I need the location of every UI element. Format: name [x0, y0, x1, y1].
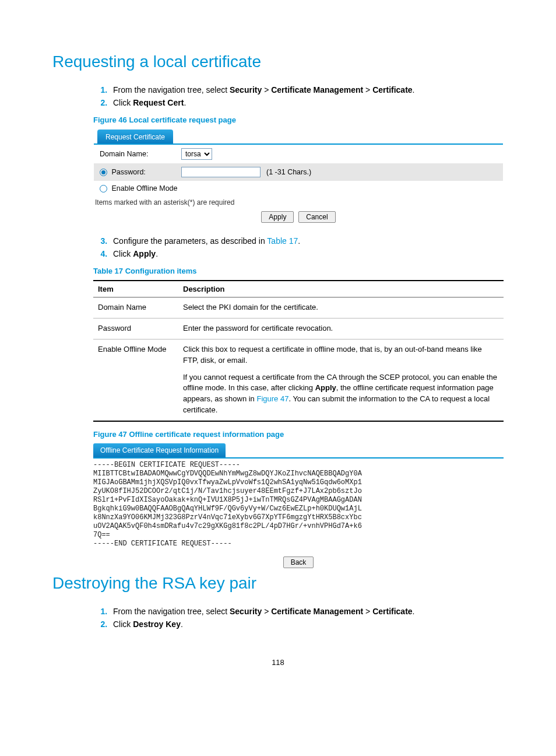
d1post: . — [413, 607, 415, 616]
fig46-tabbar: Request Certificate — [94, 130, 503, 145]
certificate-request-text: -----BEGIN CERTIFICATE REQUEST----- MIIB… — [93, 461, 504, 548]
d1gt1: > — [262, 607, 271, 616]
offline-label: Enable Offline Mode — [111, 184, 177, 192]
step-2-bold: Request Cert — [133, 98, 184, 107]
d1a: From the navigation tree, select — [113, 607, 230, 616]
request-certificate-tab[interactable]: Request Certificate — [97, 130, 173, 144]
offline-radio[interactable] — [100, 185, 107, 192]
table-row: Enable Offline Mode Click this box to re… — [93, 339, 504, 421]
step-1: From the navigation tree, select Securit… — [110, 85, 504, 94]
step-4-bold: Apply — [133, 249, 156, 258]
figure-47-screenshot: Offline Certificate Request Information … — [93, 443, 504, 574]
gt2: > — [363, 85, 372, 94]
step-1-text-a: From the navigation tree, select — [113, 85, 230, 94]
cancel-button[interactable]: Cancel — [298, 211, 335, 223]
gt1: > — [262, 85, 271, 94]
password-hint: (1 -31 Chars.) — [266, 168, 311, 176]
d1gt2: > — [363, 607, 372, 616]
figure-46-caption: Figure 46 Local certificate request page — [93, 116, 504, 124]
step-1-bold-cert: Certificate — [372, 85, 412, 94]
table-17-caption: Table 17 Configuration items — [93, 267, 504, 275]
table-row: Password Enter the password for certific… — [93, 318, 504, 340]
d2pre: Click — [113, 620, 133, 629]
domain-name-label: Domain Name: — [100, 150, 175, 158]
step-3-text: Configure the parameters, as described i… — [113, 236, 267, 246]
steps-list-1a: From the navigation tree, select Securit… — [93, 85, 504, 107]
step-4: Click Apply. — [110, 249, 504, 258]
d1b2: Certificate Management — [271, 607, 363, 616]
password-input[interactable] — [181, 167, 261, 177]
step-1-post: . — [413, 85, 415, 94]
heading-destroy-rsa: Destroying the RSA key pair — [52, 574, 504, 593]
domain-name-select[interactable]: torsa — [181, 148, 212, 160]
figure-47-link[interactable]: Figure 47 — [256, 394, 288, 403]
password-label: Password: — [111, 168, 145, 176]
step-4-text: Click — [113, 249, 133, 258]
back-button[interactable]: Back — [283, 556, 314, 568]
d1b3: Certificate — [372, 607, 412, 616]
step-2-post: . — [184, 98, 186, 107]
steps-list-1b: Configure the parameters, as described i… — [93, 236, 504, 258]
d2b: Destroy Key — [133, 620, 181, 629]
step-3: Configure the parameters, as described i… — [110, 236, 504, 246]
cell-desc-offline: Click this box to request a certificate … — [178, 339, 504, 421]
row-offline: Enable Offline Mode — [94, 181, 503, 196]
password-radio[interactable] — [100, 169, 107, 176]
table-17-link[interactable]: Table 17 — [267, 236, 298, 246]
offline-desc-p1: Click this box to request a certificate … — [183, 344, 499, 366]
offline-info-tab[interactable]: Offline Certificate Request Information — [93, 443, 226, 457]
step-1-bold-security: Security — [230, 85, 262, 94]
p2b: Apply — [315, 383, 336, 392]
cell-item-offline: Enable Offline Mode — [93, 339, 178, 421]
fig46-buttons: Apply Cancel — [94, 208, 503, 228]
step-3-post: . — [298, 236, 300, 246]
figure-46-screenshot: Request Certificate Domain Name: torsa P… — [93, 129, 504, 228]
required-hint: Items marked with an asterisk(*) are req… — [95, 198, 503, 206]
table-17: Item Description Domain Name Select the … — [93, 280, 504, 422]
page-number: 118 — [52, 658, 504, 667]
step-2-text: Click — [113, 98, 133, 107]
d1b1: Security — [230, 607, 262, 616]
cell-desc-password: Enter the password for certificate revoc… — [178, 318, 504, 340]
offline-rule — [93, 457, 504, 459]
table-row: Domain Name Select the PKI domain for th… — [93, 298, 504, 318]
step-4-post: . — [156, 249, 158, 258]
apply-button[interactable]: Apply — [261, 211, 294, 223]
row-password: Password: (1 -31 Chars.) — [94, 163, 503, 181]
d2post: . — [181, 620, 183, 629]
cell-item-domain: Domain Name — [93, 298, 178, 318]
step-2: Click Request Cert. — [110, 98, 504, 107]
heading-request-local-cert: Requesting a local certificate — [52, 52, 504, 71]
row-domain-name: Domain Name: torsa — [94, 145, 503, 163]
th-item: Item — [93, 281, 178, 298]
cell-item-password: Password — [93, 318, 178, 340]
steps-list-2: From the navigation tree, select Securit… — [93, 607, 504, 629]
cell-desc-domain: Select the PKI domain for the certificat… — [178, 298, 504, 318]
step-d1: From the navigation tree, select Securit… — [110, 607, 504, 616]
offline-desc-p2: If you cannot request a certificate from… — [183, 372, 499, 416]
fig47-buttons: Back — [93, 548, 504, 574]
figure-47-caption: Figure 47 Offline certificate request in… — [93, 430, 504, 439]
th-desc: Description — [178, 281, 504, 298]
step-d2: Click Destroy Key. — [110, 620, 504, 629]
step-1-bold-certmgmt: Certificate Management — [271, 85, 363, 94]
